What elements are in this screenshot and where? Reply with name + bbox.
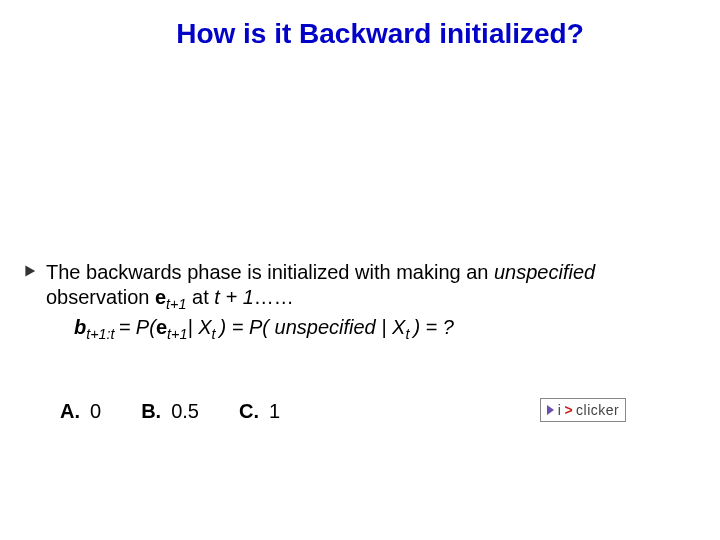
- var-b: b: [74, 316, 86, 338]
- answer-value: 1: [269, 400, 280, 422]
- answer-option-c[interactable]: C.1: [239, 400, 280, 423]
- answer-label: B.: [141, 400, 161, 422]
- var-X: X: [392, 316, 405, 338]
- text: ) = P(: [220, 316, 275, 338]
- bullet-line-2: observation et+1 at t + 1……: [46, 285, 595, 313]
- text: at: [187, 286, 215, 308]
- text: |: [187, 316, 198, 338]
- var-e: e: [155, 286, 166, 308]
- body-content: The backwards phase is initialized with …: [24, 260, 696, 343]
- text: ) = ?: [413, 316, 454, 338]
- chevron-right-icon: [24, 264, 38, 278]
- text: |: [376, 316, 392, 338]
- slide: How is it Backward initialized? The back…: [0, 0, 720, 540]
- text: The backwards phase is initialized with …: [46, 261, 494, 283]
- text: observation: [46, 286, 155, 308]
- text-italic: t + 1: [214, 286, 253, 308]
- answer-label: C.: [239, 400, 259, 422]
- var-e: e: [156, 316, 167, 338]
- iclicker-logo: i>clicker: [540, 398, 626, 422]
- text-italic: unspecified: [494, 261, 595, 283]
- text: ……: [254, 286, 294, 308]
- logo-dash: >: [563, 402, 574, 418]
- sub-e: t+1: [166, 296, 186, 312]
- logo-text-post: clicker: [576, 402, 619, 418]
- answer-label: A.: [60, 400, 80, 422]
- play-icon: [547, 405, 554, 415]
- formula-line: bt+1:t = P(et+1| Xt ) = P( unspecified |…: [74, 315, 595, 343]
- var-X: X: [198, 316, 211, 338]
- sub-e: t+1: [167, 326, 187, 342]
- bullet-line-1: The backwards phase is initialized with …: [46, 260, 595, 285]
- answer-row: A.0 B.0.5 C.1 i>clicker: [60, 400, 696, 423]
- answer-option-b[interactable]: B.0.5: [141, 400, 199, 423]
- answer-value: 0: [90, 400, 101, 422]
- sub-b: t+1:t: [86, 326, 118, 342]
- sub-X: t: [212, 326, 220, 342]
- answer-value: 0.5: [171, 400, 199, 422]
- bullet-text-block: The backwards phase is initialized with …: [46, 260, 595, 343]
- bullet-item: The backwards phase is initialized with …: [24, 260, 696, 343]
- text: = P(: [119, 316, 156, 338]
- text-italic: unspecified: [275, 316, 376, 338]
- logo-text-pre: i: [558, 402, 562, 418]
- answer-option-a[interactable]: A.0: [60, 400, 101, 423]
- slide-title: How is it Backward initialized?: [76, 18, 684, 50]
